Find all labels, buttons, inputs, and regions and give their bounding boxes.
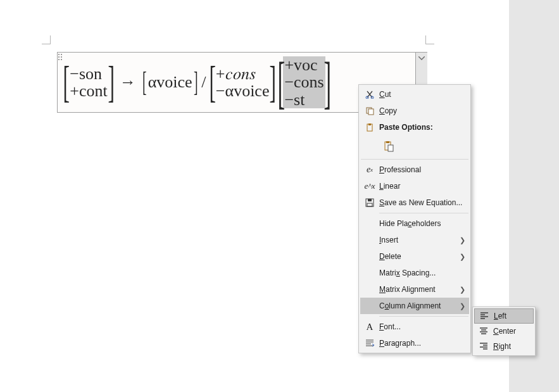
left-bracket-icon: [ [277, 58, 285, 107]
svg-point-1 [61, 54, 62, 55]
menu-save-as-label: Save as New Equation... [377, 198, 465, 207]
matrix1-row2[interactable]: +cont [68, 82, 108, 99]
menu-paragraph[interactable]: Paragraph... [360, 335, 469, 351]
matrix4-row2[interactable]: −cons [283, 73, 325, 91]
menu-column-alignment[interactable]: Column Alignment ❯ [360, 298, 469, 314]
paste-keep-source-button[interactable] [379, 137, 398, 156]
left-bracket-icon: [ [142, 63, 147, 101]
menu-professional-label: Professional [377, 165, 465, 174]
menu-paste-options-header: Paste Options: [360, 119, 469, 136]
svg-rect-16 [368, 199, 372, 201]
context-menu: Cut Copy Paste Options: ex Professional … [358, 84, 471, 353]
clipboard-paste-icon [383, 141, 394, 152]
svg-point-5 [61, 59, 62, 60]
font-icon: A [363, 322, 377, 332]
menu-copy-label: Copy [377, 106, 465, 115]
margin-mark-top-left [39, 33, 51, 44]
paragraph-icon [363, 339, 377, 347]
menu-separator [361, 159, 468, 160]
equation-move-handle[interactable] [58, 53, 63, 112]
matrix3-row2[interactable]: −αvoice [215, 82, 271, 99]
right-bracket-icon: ] [270, 63, 276, 101]
submenu-arrow-icon: ❯ [460, 286, 465, 294]
matrix1-row1[interactable]: −son [68, 65, 108, 82]
svg-point-0 [58, 54, 60, 55]
matrix-4-selected[interactable]: [ +voc −cons −st ] [279, 56, 330, 108]
menu-hide-placeholders-label: Hide Placeholders [377, 219, 465, 228]
menu-cut-label: Cut [377, 90, 465, 99]
right-bracket-icon: ] [194, 63, 198, 101]
align-left-icon [477, 312, 491, 320]
menu-separator [379, 316, 468, 317]
menu-copy[interactable]: Copy [360, 103, 469, 119]
menu-matrix-alignment[interactable]: Matrix Alignment ❯ [360, 281, 469, 298]
copy-icon [363, 106, 377, 115]
right-bracket-icon: ] [108, 63, 114, 101]
menu-insert-label: Insert [377, 236, 460, 244]
left-bracket-icon: [ [209, 63, 215, 101]
menu-font[interactable]: A Font... [360, 319, 469, 335]
submenu-arrow-icon: ❯ [460, 253, 465, 261]
paste-options-row [360, 136, 469, 157]
menu-delete-label: Delete [377, 252, 460, 261]
svg-point-4 [58, 59, 60, 60]
submenu-center-label: Center [491, 327, 530, 336]
svg-rect-17 [367, 203, 372, 206]
linear-icon: e^x [363, 181, 377, 191]
submenu-arrow-icon: ❯ [460, 236, 465, 244]
menu-font-label: Font... [377, 322, 465, 331]
svg-rect-14 [388, 145, 393, 151]
svg-rect-9 [368, 109, 374, 115]
submenu-left-label: Left [491, 312, 529, 320]
grip-icon [58, 54, 62, 60]
svg-point-2 [58, 56, 60, 58]
matrix4-row3[interactable]: −st [283, 91, 325, 108]
chevron-down-icon [418, 56, 425, 60]
menu-hide-placeholders[interactable]: Hide Placeholders [360, 215, 469, 232]
arrow-symbol: → [117, 73, 139, 92]
align-right-icon [477, 343, 491, 350]
menu-linear[interactable]: e^x Linear [360, 178, 469, 194]
svg-rect-13 [386, 141, 389, 143]
slash-symbol: / [201, 73, 206, 92]
left-bracket-icon: [ [63, 63, 69, 101]
matrix2-value[interactable]: αvoice [147, 73, 194, 92]
matrix-1[interactable]: [ −son +cont ] [64, 63, 113, 101]
matrix-3[interactable]: [ +𝑐𝑜𝑛𝑠 −αvoice ] [210, 63, 275, 101]
paste-icon [363, 123, 377, 132]
menu-professional[interactable]: ex Professional [360, 161, 469, 178]
submenu-right[interactable]: Right [474, 339, 534, 354]
menu-linear-label: Linear [377, 182, 465, 191]
right-bracket-icon: ] [323, 58, 331, 107]
menu-paragraph-label: Paragraph... [377, 339, 465, 348]
submenu-left[interactable]: Left [474, 308, 534, 324]
svg-rect-11 [368, 123, 371, 125]
menu-matrix-spacing[interactable]: Matrix Spacing... [360, 265, 469, 281]
menu-delete[interactable]: Delete ❯ [360, 248, 469, 265]
menu-insert[interactable]: Insert ❯ [360, 232, 469, 248]
matrix4-row1[interactable]: +voc [283, 56, 325, 73]
cut-icon [363, 90, 377, 99]
margin-mark-top-right [425, 33, 437, 44]
menu-cut[interactable]: Cut [360, 86, 469, 103]
svg-point-3 [61, 56, 62, 58]
menu-paste-options-label: Paste Options: [377, 123, 465, 132]
align-center-icon [477, 327, 491, 335]
column-alignment-submenu: Left Center Right [472, 307, 536, 356]
submenu-right-label: Right [491, 342, 530, 351]
submenu-center[interactable]: Center [474, 324, 534, 339]
equation-content[interactable]: [ −son +cont ] → [ αvoice ] / [ [63, 56, 329, 108]
menu-matrix-alignment-label: Matrix Alignment [377, 285, 460, 294]
submenu-arrow-icon: ❯ [460, 302, 465, 310]
matrix3-row1[interactable]: +𝑐𝑜𝑛𝑠 [215, 65, 271, 82]
menu-save-as-equation[interactable]: Save as New Equation... [360, 194, 469, 211]
save-icon [363, 198, 377, 207]
menu-separator [379, 213, 468, 213]
matrix-2[interactable]: [ αvoice ] [142, 63, 198, 101]
menu-matrix-spacing-label: Matrix Spacing... [377, 269, 465, 277]
menu-column-alignment-label: Column Alignment [377, 301, 460, 310]
professional-icon: ex [363, 165, 377, 175]
